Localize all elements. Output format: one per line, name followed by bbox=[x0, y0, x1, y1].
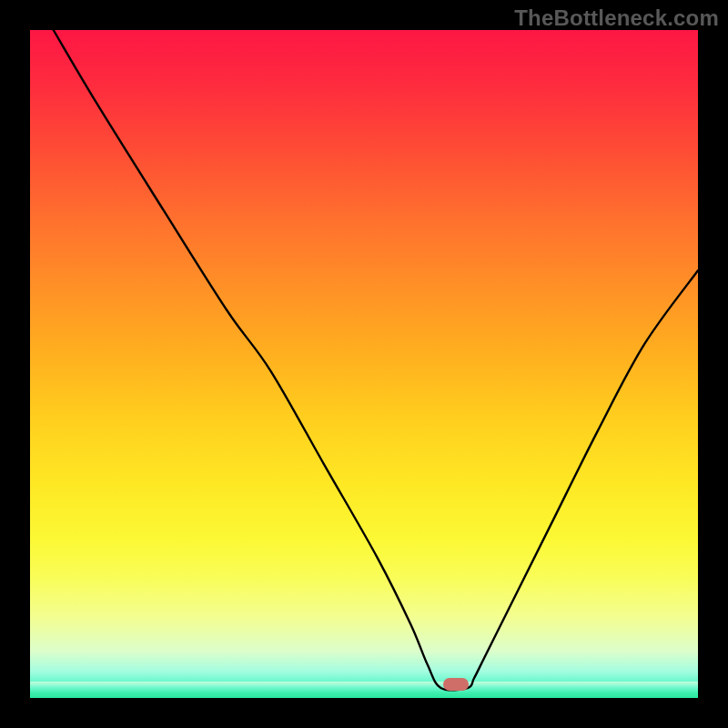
watermark-text: TheBottleneck.com bbox=[514, 5, 719, 31]
optimal-marker bbox=[443, 678, 469, 691]
bottleneck-curve bbox=[30, 30, 698, 698]
chart-frame: TheBottleneck.com bbox=[0, 0, 728, 728]
plot-area bbox=[30, 30, 698, 698]
